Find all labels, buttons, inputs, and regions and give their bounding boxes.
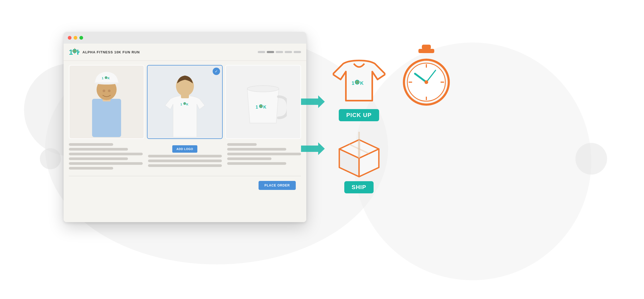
nav-dot-2 <box>267 51 274 53</box>
placeholder-bar <box>69 167 113 170</box>
svg-point-13 <box>105 76 107 79</box>
app-logo-icon: 1 K <box>69 47 79 57</box>
product-grid: 1 K <box>69 65 301 139</box>
placeholder-bar <box>69 157 128 160</box>
svg-point-32 <box>355 80 360 85</box>
cap-card-inner: 1 K <box>69 66 144 138</box>
placeholder-bar <box>227 148 286 151</box>
browser-titlebar <box>64 32 306 44</box>
svg-text:1: 1 <box>69 48 73 56</box>
nav-dot-4 <box>285 51 292 53</box>
arrows-container <box>301 95 325 155</box>
mug-svg: 1 K <box>239 73 287 131</box>
shirt-card-inner: ✓ <box>147 66 222 138</box>
svg-point-1 <box>73 49 77 53</box>
svg-point-26 <box>259 104 263 108</box>
arrow-pickup-icon <box>301 95 325 108</box>
svg-text:1: 1 <box>256 105 258 109</box>
traffic-light-close[interactable] <box>68 36 71 40</box>
placeholder-bar <box>148 164 222 167</box>
placeholder-bar <box>69 143 113 146</box>
svg-point-48 <box>424 80 428 84</box>
mug-card-inner: 1 K <box>226 66 300 138</box>
right-fulfillment-section: 1 K PICK UP SHIP <box>333 53 385 193</box>
separator-line <box>69 176 301 176</box>
traffic-light-minimize[interactable] <box>74 36 77 40</box>
svg-text:1: 1 <box>180 103 182 106</box>
svg-text:1: 1 <box>102 77 103 80</box>
svg-point-16 <box>103 90 105 92</box>
bg-blob-left-small <box>40 148 61 169</box>
placeholder-bar <box>227 157 271 160</box>
box-icon <box>334 129 384 178</box>
placeholder-bar <box>227 143 257 146</box>
svg-marker-29 <box>301 95 325 108</box>
product-card-cap[interactable]: 1 K <box>69 65 145 139</box>
placeholder-bar <box>69 162 143 165</box>
content-rows: ADD LOGO <box>69 143 301 174</box>
bg-blob-right-small <box>575 143 607 175</box>
placeholder-bar <box>227 153 301 155</box>
svg-text:1: 1 <box>352 81 354 86</box>
nav-dots <box>258 51 301 53</box>
product-area: 1 K <box>64 61 306 194</box>
tshirt-icon: 1 K <box>333 53 385 106</box>
bg-blob-right <box>354 43 591 280</box>
svg-text:K: K <box>360 81 364 86</box>
ship-label-badge: SHIP <box>344 181 374 193</box>
browser-window: 1 K ALPHA FITNESS 10K FUN RUN <box>64 32 306 222</box>
svg-text:K: K <box>108 77 110 80</box>
stopwatch-icon <box>396 43 457 106</box>
svg-text:K: K <box>77 48 79 56</box>
tshirt-group: 1 K PICK UP <box>333 53 385 121</box>
box-group: SHIP <box>334 129 384 193</box>
placeholder-bar <box>148 160 222 162</box>
svg-rect-38 <box>422 45 431 49</box>
svg-point-24 <box>247 86 279 92</box>
svg-marker-30 <box>301 142 325 155</box>
cap-person-svg: 1 K <box>78 67 136 137</box>
shirt-person-svg: 1 K <box>160 67 210 137</box>
placeholder-bar <box>69 148 128 151</box>
content-col-left <box>69 143 143 172</box>
svg-text:K: K <box>263 105 266 109</box>
place-order-button[interactable]: PLACE ORDER <box>259 181 295 190</box>
svg-rect-8 <box>92 99 121 137</box>
stopwatch-container <box>396 43 457 107</box>
app-title: ALPHA FITNESS 10K FUN RUN <box>83 50 140 54</box>
placeholder-bar <box>227 162 286 165</box>
place-order-row: PLACE ORDER <box>69 178 301 190</box>
app-header: 1 K ALPHA FITNESS 10K FUN RUN <box>64 44 306 61</box>
placeholder-bar <box>69 153 143 155</box>
traffic-light-maximize[interactable] <box>79 36 83 40</box>
nav-dot-1 <box>258 51 265 53</box>
logo-badge: 1 K <box>69 47 79 57</box>
svg-rect-39 <box>418 49 434 53</box>
svg-point-17 <box>108 90 111 92</box>
add-logo-button[interactable]: ADD LOGO <box>172 145 197 153</box>
placeholder-bar <box>148 155 222 157</box>
browser-content: 1 K ALPHA FITNESS 10K FUN RUN <box>64 44 306 222</box>
svg-point-21 <box>183 102 186 105</box>
selected-check-badge: ✓ <box>213 68 220 75</box>
svg-text:K: K <box>186 103 188 106</box>
pickup-label-badge: PICK UP <box>339 109 379 121</box>
arrow-ship-icon <box>301 142 325 155</box>
product-card-mug[interactable]: 1 K <box>225 65 301 139</box>
product-card-shirt[interactable]: ✓ <box>147 65 223 139</box>
content-col-middle: ADD LOGO <box>148 143 222 172</box>
nav-dot-3 <box>276 51 283 53</box>
nav-dot-5 <box>294 51 301 53</box>
content-col-right <box>227 143 301 172</box>
main-scene: 1 K ALPHA FITNESS 10K FUN RUN <box>32 11 612 288</box>
